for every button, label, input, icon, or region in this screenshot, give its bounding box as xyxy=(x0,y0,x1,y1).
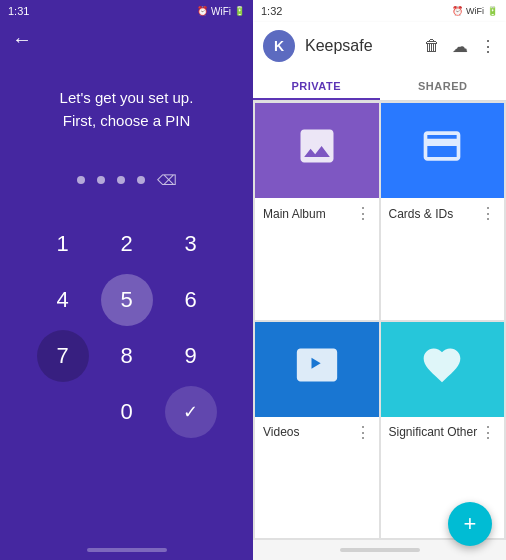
key-6[interactable]: 6 xyxy=(161,274,221,326)
header-actions: 🗑 ☁ ⋮ xyxy=(424,37,496,56)
key-9[interactable]: 9 xyxy=(161,330,221,382)
album-significant-thumb[interactable] xyxy=(381,322,505,417)
more-options-icon[interactable]: ⋮ xyxy=(480,37,496,56)
album-significant-footer: Significant Other ⋮ xyxy=(381,417,505,448)
tab-shared[interactable]: SHARED xyxy=(380,70,507,100)
album-cards-menu[interactable]: ⋮ xyxy=(480,204,496,223)
right-bottom-indicator xyxy=(340,548,420,552)
key-8[interactable]: 8 xyxy=(97,330,157,382)
album-videos: Videos ⋮ xyxy=(255,322,379,539)
back-button[interactable]: ← xyxy=(12,28,32,51)
albums-grid: Main Album ⋮ Cards & IDs ⋮ xyxy=(253,101,506,540)
keepsafe-panel: 1:32 ⏰ WiFi 🔋 K Keepsafe 🗑 ☁ ⋮ PRIVATE S… xyxy=(253,0,506,560)
right-alarm-icon: ⏰ xyxy=(452,6,463,16)
album-significant-label: Significant Other xyxy=(389,425,478,439)
right-battery-icon: 🔋 xyxy=(487,6,498,16)
battery-icon: 🔋 xyxy=(234,6,245,16)
app-header: K Keepsafe 🗑 ☁ ⋮ xyxy=(253,22,506,70)
app-avatar: K xyxy=(263,30,295,62)
pin-delete-icon[interactable]: ⌫ xyxy=(157,172,177,188)
album-main: Main Album ⋮ xyxy=(255,103,379,320)
album-significant: Significant Other ⋮ xyxy=(381,322,505,539)
album-cards-label: Cards & IDs xyxy=(389,207,454,221)
key-check[interactable]: ✓ xyxy=(165,386,217,438)
album-videos-footer: Videos ⋮ xyxy=(255,417,379,448)
key-1[interactable]: 1 xyxy=(33,218,93,270)
pin-dot-3 xyxy=(117,176,125,184)
left-bottom-indicator xyxy=(87,548,167,552)
album-cards: Cards & IDs ⋮ xyxy=(381,103,505,320)
pin-dot-1 xyxy=(77,176,85,184)
left-status-bar: 1:31 ⏰ WiFi 🔋 xyxy=(0,0,253,22)
key-empty xyxy=(33,386,93,438)
numpad: 1 2 3 4 5 6 7 8 9 0 ✓ xyxy=(33,218,221,438)
key-3[interactable]: 3 xyxy=(161,218,221,270)
card-icon xyxy=(420,124,464,177)
pin-dot-4 xyxy=(137,176,145,184)
photo-icon xyxy=(295,124,339,177)
album-main-menu[interactable]: ⋮ xyxy=(355,204,371,223)
tab-private[interactable]: PRIVATE xyxy=(253,70,380,100)
tab-bar: PRIVATE SHARED xyxy=(253,70,506,101)
setup-instructions: Let's get you set up. First, choose a PI… xyxy=(60,87,194,132)
key-5[interactable]: 5 xyxy=(101,274,153,326)
key-0[interactable]: 0 xyxy=(97,386,157,438)
left-header: ← xyxy=(0,22,253,57)
album-videos-label: Videos xyxy=(263,425,299,439)
key-2[interactable]: 2 xyxy=(97,218,157,270)
delete-icon[interactable]: 🗑 xyxy=(424,37,440,55)
left-status-icons: ⏰ WiFi 🔋 xyxy=(197,6,245,17)
left-content: Let's get you set up. First, choose a PI… xyxy=(0,57,253,540)
album-main-footer: Main Album ⋮ xyxy=(255,198,379,229)
right-time: 1:32 xyxy=(261,5,282,17)
right-status-bar: 1:32 ⏰ WiFi 🔋 xyxy=(253,0,506,22)
app-title: Keepsafe xyxy=(305,37,414,55)
fab-add-button[interactable]: + xyxy=(448,502,492,546)
album-cards-footer: Cards & IDs ⋮ xyxy=(381,198,505,229)
cloud-icon[interactable]: ☁ xyxy=(452,37,468,56)
pin-dot-2 xyxy=(97,176,105,184)
heart-icon xyxy=(420,343,464,396)
album-videos-menu[interactable]: ⋮ xyxy=(355,423,371,442)
alarm-icon: ⏰ xyxy=(197,6,208,16)
key-7[interactable]: 7 xyxy=(37,330,89,382)
video-icon xyxy=(295,343,339,396)
album-cards-thumb[interactable] xyxy=(381,103,505,198)
key-4[interactable]: 4 xyxy=(33,274,93,326)
right-status-icons: ⏰ WiFi 🔋 xyxy=(452,6,498,16)
album-main-label: Main Album xyxy=(263,207,326,221)
album-main-thumb[interactable] xyxy=(255,103,379,198)
pin-dot-row: ⌫ xyxy=(77,172,177,188)
right-wifi-icon: WiFi xyxy=(466,6,484,16)
pin-setup-panel: 1:31 ⏰ WiFi 🔋 ← Let's get you set up. Fi… xyxy=(0,0,253,560)
wifi-icon: WiFi xyxy=(211,6,231,17)
album-videos-thumb[interactable] xyxy=(255,322,379,417)
left-time: 1:31 xyxy=(8,5,29,17)
album-significant-menu[interactable]: ⋮ xyxy=(480,423,496,442)
